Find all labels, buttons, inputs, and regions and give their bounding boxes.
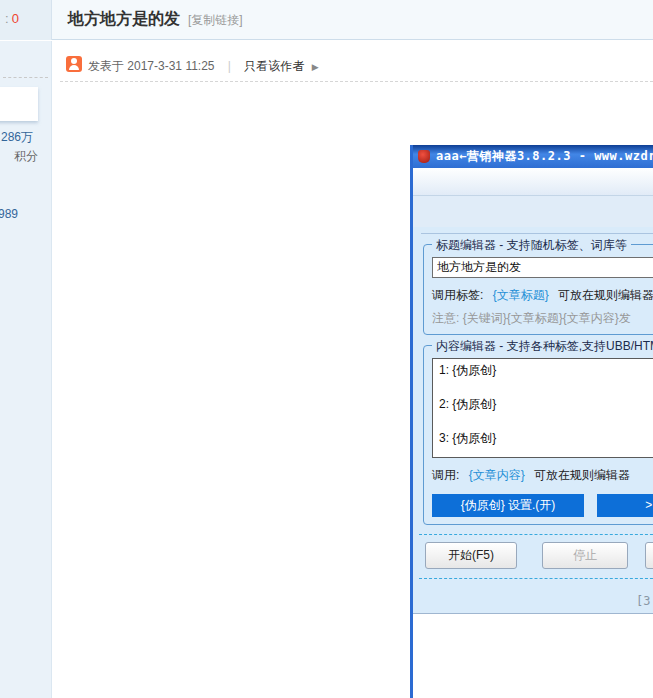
credits-label: 积分 — [14, 148, 38, 165]
sidebar-divider — [3, 77, 48, 78]
app-icon — [418, 150, 430, 163]
dashed-separator-bottom — [419, 578, 653, 579]
content-call-label: 调用: — [432, 468, 459, 482]
stop-button[interactable]: 停止 — [542, 542, 628, 569]
title-call-hint: 可放在规则编辑器等 — [558, 288, 653, 302]
start-button[interactable]: 开始(F5) — [425, 542, 517, 569]
window-title: aaa←营销神器3.8.2.3 - www.wzdr. — [436, 148, 653, 165]
title-call-tag[interactable]: {文章标题} — [493, 288, 549, 302]
title-call-label: 调用标签: — [432, 288, 483, 302]
author-sidebar: 286万 积分 989 — [0, 41, 52, 698]
title-call-line: 调用标签: {文章标题} 可放在规则编辑器等 — [432, 287, 653, 304]
content-editor-buttons: {伪原创} 设置.(开) > 百度Htm — [432, 494, 653, 517]
title-editor-legend: 标题编辑器 - 支持随机标签、词库等 — [432, 237, 631, 254]
window-client-area: 标题编辑器 - 支持随机标签、词库等 调用标签: {文章标题} 可放在规则编辑器… — [413, 233, 653, 698]
dashed-separator-top — [419, 534, 653, 535]
menu-bar — [413, 168, 653, 196]
copy-link-button[interactable]: [复制链接] — [188, 13, 243, 27]
reply-count-cell: :0 — [0, 0, 52, 40]
homepage-params-button[interactable]: 首页参 — [645, 542, 653, 569]
posts-value[interactable]: 989 — [0, 207, 18, 221]
main-tabs — [413, 196, 653, 227]
content-call-hint: 可放在规则编辑器 — [534, 468, 630, 482]
chevron-right-icon: ▶ — [312, 62, 319, 72]
reply-count: :0 — [5, 11, 19, 26]
pseudo-original-settings-button[interactable]: {伪原创} 设置.(开) — [432, 494, 584, 517]
baidu-html-button[interactable]: > 百度Htm — [597, 494, 653, 517]
thread-title-row: 地方地方是的发[复制链接] — [68, 9, 243, 30]
author-avatar[interactable] — [0, 87, 38, 121]
log-counter: [3 — [636, 594, 650, 608]
content-editor-legend: 内容编辑器 - 支持各种标签,支持UBB/HTML — [432, 338, 653, 355]
editor-subtabs — [421, 233, 653, 234]
post-time: 发表于 2017-3-31 11:25 — [88, 59, 215, 73]
content-editor-group: 内容编辑器 - 支持各种标签,支持UBB/HTML 1: {伪原创} 2: {伪… — [423, 345, 653, 525]
credits-value[interactable]: 286万 — [1, 129, 33, 146]
title-note: 注意: {关键词}{文章标题}{文章内容}发 — [432, 310, 653, 327]
poster-avatar-icon — [66, 56, 82, 72]
title-input[interactable] — [432, 257, 653, 278]
window-titlebar[interactable]: aaa←营销神器3.8.2.3 - www.wzdr. — [413, 145, 653, 168]
title-editor-group: 标题编辑器 - 支持随机标签、词库等 调用标签: {文章标题} 可放在规则编辑器… — [423, 244, 653, 335]
action-buttons: 开始(F5) 停止 首页参 — [425, 542, 653, 569]
post-meta: 发表于 2017-3-31 11:25 | 只看该作者 ▶ — [88, 58, 319, 75]
marketing-tool-window: aaa←营销神器3.8.2.3 - www.wzdr. 标题编辑器 - 支持随机… — [410, 145, 653, 698]
only-author-link[interactable]: 只看该作者 — [244, 59, 304, 73]
meta-divider — [60, 81, 653, 82]
thread-header: :0 地方地方是的发[复制链接] — [0, 0, 653, 40]
thread-title: 地方地方是的发 — [68, 10, 180, 27]
log-tabs: [3 — [413, 588, 653, 613]
meta-separator: | — [228, 59, 231, 73]
content-call-tag[interactable]: {文章内容} — [469, 468, 525, 482]
reply-count-value: 0 — [12, 11, 19, 26]
work-log — [413, 613, 653, 698]
content-textarea[interactable]: 1: {伪原创} 2: {伪原创} 3: {伪原创} — [432, 358, 653, 458]
content-call-line: 调用: {文章内容} 可放在规则编辑器 — [432, 467, 653, 484]
